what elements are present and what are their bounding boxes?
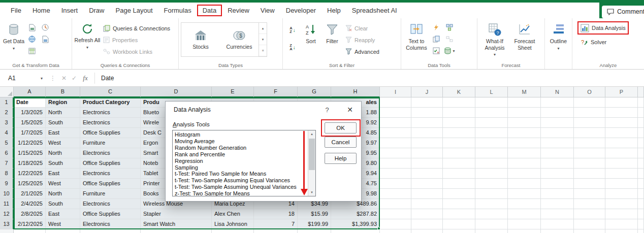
cell-B13[interactable]: West xyxy=(46,219,80,229)
text-to-columns-button[interactable]: Text to Columns xyxy=(403,19,430,61)
row-header-7[interactable]: 7 xyxy=(0,158,14,169)
tab-data[interactable]: Data xyxy=(197,5,222,16)
row-header-5[interactable]: 5 xyxy=(0,138,14,148)
cell-O5[interactable] xyxy=(574,138,605,148)
cell-H12[interactable]: $287.82 xyxy=(331,209,380,219)
cell-K5[interactable] xyxy=(443,138,475,148)
data-analysis-button[interactable]: Data Analysis xyxy=(581,22,626,34)
cell-J13[interactable] xyxy=(411,219,443,229)
cell-P5[interactable] xyxy=(605,138,638,148)
cell-B11[interactable]: South xyxy=(46,199,80,209)
dialog-close-icon[interactable]: ✕ xyxy=(341,104,359,116)
cell-A7[interactable]: 1/18/2025 xyxy=(14,158,46,169)
tab-review[interactable]: Review xyxy=(222,5,255,16)
cell-J3[interactable] xyxy=(411,118,443,128)
row-header-8[interactable]: 8 xyxy=(0,169,14,179)
cell-I1[interactable] xyxy=(380,97,411,108)
cell-J5[interactable] xyxy=(411,138,443,148)
gallery-up-icon[interactable]: ▴ xyxy=(259,23,267,34)
row-header-partial[interactable] xyxy=(0,229,14,233)
cell-A12[interactable]: 2/8/2025 xyxy=(14,209,46,219)
column-header-B[interactable]: B xyxy=(46,87,80,97)
cell-L12[interactable] xyxy=(475,209,508,219)
cell-L7[interactable] xyxy=(475,158,508,169)
column-header-J[interactable]: J xyxy=(411,87,443,97)
cell-P8[interactable] xyxy=(605,169,638,179)
cell-F12[interactable]: 18 xyxy=(254,209,298,219)
forecast-sheet-button[interactable]: Forecast Sheet xyxy=(510,19,539,61)
cell-M[interactable] xyxy=(508,229,541,233)
gallery-down-icon[interactable]: ▾ xyxy=(259,34,267,45)
cell-L13[interactable] xyxy=(475,219,508,229)
relationships-button[interactable] xyxy=(444,34,455,44)
cell-A11[interactable]: 2/4/2025 xyxy=(14,199,46,209)
cell-I9[interactable] xyxy=(380,179,411,189)
cell-K1[interactable] xyxy=(443,97,475,108)
cell-K[interactable] xyxy=(443,229,475,233)
tab-page-layout[interactable]: Page Layout xyxy=(110,5,158,16)
gallery-more-icon[interactable]: ≡ xyxy=(259,45,267,56)
cell-J4[interactable] xyxy=(411,128,443,138)
tab-formulas[interactable]: Formulas xyxy=(158,5,197,16)
cell-N11[interactable] xyxy=(541,199,574,209)
cell-C8[interactable]: Electronics xyxy=(80,169,141,179)
analysis-tool-option[interactable]: z-Test: Two Sample for Means xyxy=(175,190,313,196)
cell-P7[interactable] xyxy=(605,158,638,169)
cell-K10[interactable] xyxy=(443,189,475,199)
cell-J7[interactable] xyxy=(411,158,443,169)
enter-entry-icon[interactable]: ✓ xyxy=(69,75,79,82)
cell-G[interactable] xyxy=(298,229,331,233)
cell-M9[interactable] xyxy=(508,179,541,189)
cell-C1[interactable]: Product Category xyxy=(80,97,141,108)
tab-draw[interactable]: Draw xyxy=(83,5,110,16)
tab-home[interactable]: Home xyxy=(27,5,56,16)
cell-N4[interactable] xyxy=(541,128,574,138)
row-header-3[interactable]: 3 xyxy=(0,118,14,128)
cell-O11[interactable] xyxy=(574,199,605,209)
formula-bar-value[interactable]: Date xyxy=(101,75,114,82)
cell-O3[interactable] xyxy=(574,118,605,128)
cell-L8[interactable] xyxy=(475,169,508,179)
cell-A6[interactable]: 1/15/2025 xyxy=(14,148,46,158)
cell-J10[interactable] xyxy=(411,189,443,199)
analysis-tool-option[interactable]: t-Test: Paired Two Sample for Means xyxy=(175,171,313,177)
cell-B12[interactable]: East xyxy=(46,209,80,219)
cell-I3[interactable] xyxy=(380,118,411,128)
cell-I[interactable] xyxy=(380,229,411,233)
what-if-analysis-button[interactable]: ? What-If Analysis▾ xyxy=(479,19,510,61)
cell-E12[interactable]: Alex Chen xyxy=(212,209,254,219)
cell-N9[interactable] xyxy=(541,179,574,189)
cell-N3[interactable] xyxy=(541,118,574,128)
cell-J1[interactable] xyxy=(411,97,443,108)
remove-duplicates-button[interactable] xyxy=(431,34,442,44)
cell-A10[interactable]: 2/1/2025 xyxy=(14,189,46,199)
properties-button[interactable]: Properties xyxy=(101,34,173,46)
from-text-csv-button[interactable] xyxy=(26,22,38,32)
cell-O7[interactable] xyxy=(574,158,605,169)
cell-L9[interactable] xyxy=(475,179,508,189)
cell-K9[interactable] xyxy=(443,179,475,189)
cell-H13[interactable]: $1,399.93 xyxy=(331,219,380,229)
cell-P11[interactable] xyxy=(605,199,638,209)
insert-function-icon[interactable]: fx xyxy=(79,74,91,82)
clear-filter-button[interactable]: Clear xyxy=(343,22,382,34)
refresh-all-button[interactable]: Refresh All▾ xyxy=(74,19,101,61)
cell-L11[interactable] xyxy=(475,199,508,209)
sort-ascending-button[interactable]: AZ↓ xyxy=(286,24,299,36)
cell-N6[interactable] xyxy=(541,148,574,158)
sort-descending-button[interactable]: ZA↓ xyxy=(286,42,299,53)
cell-N10[interactable] xyxy=(541,189,574,199)
cell-P12[interactable] xyxy=(605,209,638,219)
advanced-filter-button[interactable]: Advanced xyxy=(343,46,382,57)
analysis-tool-option[interactable]: t-Test: Two-Sample Assuming Equal Varian… xyxy=(175,177,313,184)
cell-P1[interactable] xyxy=(605,97,638,108)
cell-N2[interactable] xyxy=(541,108,574,118)
cell-A[interactable] xyxy=(14,229,46,233)
column-header-A[interactable]: A xyxy=(14,87,46,97)
column-header-P[interactable]: P xyxy=(605,87,638,97)
cell-P9[interactable] xyxy=(605,179,638,189)
tab-view[interactable]: View xyxy=(255,5,280,16)
cell-A2[interactable]: 1/3/2025 xyxy=(14,108,46,118)
cell-K13[interactable] xyxy=(443,219,475,229)
cell-B1[interactable]: Region xyxy=(46,97,80,108)
